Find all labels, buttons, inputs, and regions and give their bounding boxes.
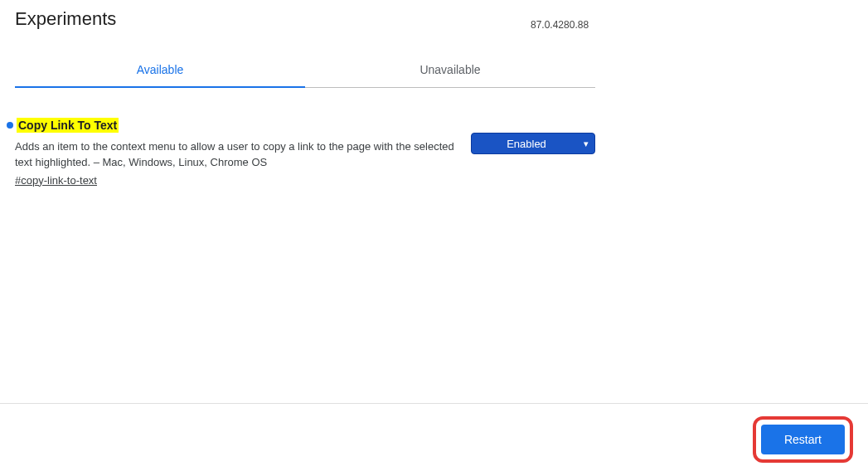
footer-bar: Restart [0, 403, 868, 476]
version-label: 87.0.4280.88 [531, 19, 589, 31]
experiment-state-select[interactable]: DefaultEnabledDisabled [471, 133, 595, 154]
page-title: Experiments [15, 8, 116, 30]
modified-dot-icon [7, 122, 13, 129]
tabs-container: Available Unavailable [15, 53, 595, 88]
restart-highlight-box: Restart [753, 416, 853, 463]
tab-available[interactable]: Available [15, 53, 305, 88]
experiment-description: Adds an item to the context menu to allo… [15, 139, 454, 171]
tab-unavailable[interactable]: Unavailable [305, 53, 595, 88]
experiment-row: Copy Link To Text Adds an item to the co… [7, 118, 595, 187]
experiment-hash-link[interactable]: #copy-link-to-text [15, 174, 97, 187]
experiment-title: Copy Link To Text [17, 118, 119, 133]
restart-button[interactable]: Restart [761, 425, 845, 454]
